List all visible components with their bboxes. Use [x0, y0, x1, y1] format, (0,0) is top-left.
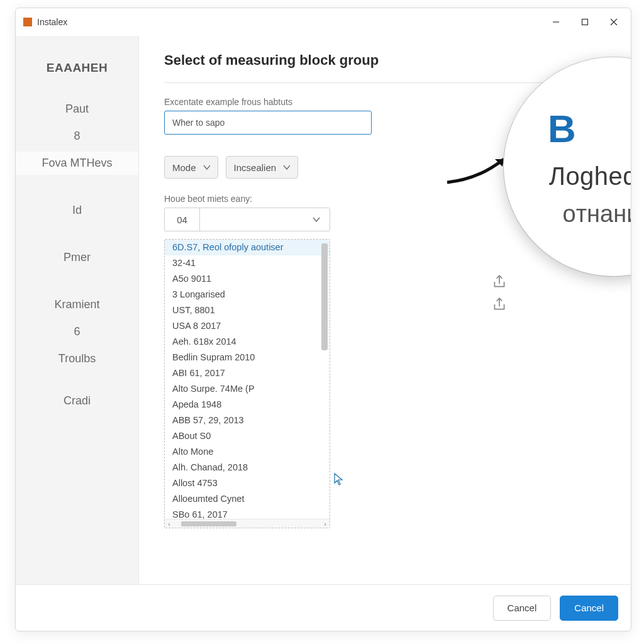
sidebar-item-6[interactable]: 6	[16, 320, 138, 343]
chevron-down-icon	[312, 216, 321, 223]
svg-rect-1	[582, 19, 588, 25]
list-item[interactable]: Aeh. 618x 2014	[165, 334, 330, 350]
list-item[interactable]: ABI 61, 2017	[165, 365, 330, 381]
callout-letter: B	[548, 106, 576, 151]
combo-select[interactable]: 04	[164, 208, 330, 231]
combo-drop[interactable]	[200, 208, 330, 231]
chevron-down-icon	[203, 164, 210, 170]
primary-button[interactable]: Cancel	[560, 596, 618, 621]
list-item[interactable]: USA 8 2017	[165, 318, 330, 334]
results-listbox[interactable]: 6D.S7, Reol ofoply aoutiser32-41A5o 9011…	[164, 239, 330, 528]
list-item[interactable]: Alto Mone	[165, 444, 330, 460]
mode-select-label: Mode	[172, 162, 196, 173]
horizontal-scrollbar[interactable]: ‹ ›	[165, 519, 330, 528]
callout-line-2: oтнaните	[563, 201, 631, 228]
maximize-icon	[581, 18, 589, 26]
incsealien-select[interactable]: Incsealien	[226, 156, 299, 179]
share-icon[interactable]	[491, 274, 508, 290]
list-item[interactable]: 6D.S7, Reol ofoply aoutiser	[165, 240, 330, 255]
list-item[interactable]: Apeda 1948	[165, 397, 330, 413]
footer: Cancel Cancel	[16, 584, 631, 631]
page-title: Select of measuring block group	[164, 52, 606, 83]
cursor-icon	[334, 473, 343, 486]
export-icon[interactable]	[491, 296, 508, 313]
list-item[interactable]: Alh. Chanad, 2018	[165, 460, 330, 475]
sidebar-item-2[interactable]: Fova MTHevs	[16, 152, 138, 175]
sidebar-item-5[interactable]: Kramient	[16, 293, 138, 316]
main-panel: Select of measuring block group Excentat…	[139, 36, 631, 584]
list-item[interactable]: Allost 4753	[165, 475, 330, 491]
sidebar-item-7[interactable]: Troulbs	[16, 347, 138, 370]
scroll-right-arrow[interactable]: ›	[321, 520, 330, 528]
sidebar-item-4[interactable]: Pmer	[16, 246, 138, 269]
list-item[interactable]: Alloeumted Cynet	[165, 491, 330, 507]
vertical-scrollbar[interactable]	[321, 243, 328, 513]
list-item[interactable]: ABB 57, 29, 2013	[165, 413, 330, 428]
sidebar-item-0[interactable]: Paut	[16, 97, 138, 121]
scroll-left-arrow[interactable]: ‹	[165, 520, 174, 528]
maximize-button[interactable]	[570, 12, 599, 32]
sidebar-item-8[interactable]: Cradi	[16, 389, 138, 413]
chevron-down-icon	[282, 164, 290, 170]
brand-label: EAAAHEH	[16, 61, 138, 75]
mode-select[interactable]: Mode	[164, 156, 218, 179]
list-item[interactable]: ABout S0	[165, 428, 330, 444]
close-icon	[610, 18, 618, 26]
hscrollbar-thumb[interactable]	[181, 521, 236, 526]
list-item[interactable]: Bedlin Supram 2010	[165, 350, 330, 365]
list-item[interactable]: 32-41	[165, 255, 330, 271]
minimize-icon	[552, 18, 560, 26]
sidebar-item-1[interactable]: 8	[16, 125, 138, 148]
app-window: Instalex EAAAHEH Paut 8 Fova MTHevs Id P…	[15, 8, 631, 631]
list-item[interactable]: 3 Longarised	[165, 287, 330, 303]
close-button[interactable]	[599, 12, 628, 32]
list-item[interactable]: UST, 8801	[165, 303, 330, 318]
combo-value: 04	[165, 208, 200, 231]
sidebar-item-3[interactable]: Id	[16, 199, 138, 222]
scrollbar-thumb[interactable]	[321, 243, 328, 350]
window-title: Instalex	[37, 17, 67, 27]
app-icon	[23, 18, 32, 26]
titlebar: Instalex	[16, 8, 631, 36]
list-item[interactable]: A5o 9011	[165, 271, 330, 287]
callout-line-1: Лogheduict	[549, 162, 631, 191]
search-input[interactable]	[164, 111, 372, 135]
sidebar: EAAAHEH Paut 8 Fova MTHevs Id Pmer Krami…	[16, 36, 139, 584]
incsealien-select-label: Incsealien	[234, 162, 277, 173]
minimize-button[interactable]	[541, 12, 570, 32]
list-item[interactable]: Alto Surpe. 74Me (P	[165, 381, 330, 397]
cancel-button[interactable]: Cancel	[493, 596, 552, 621]
